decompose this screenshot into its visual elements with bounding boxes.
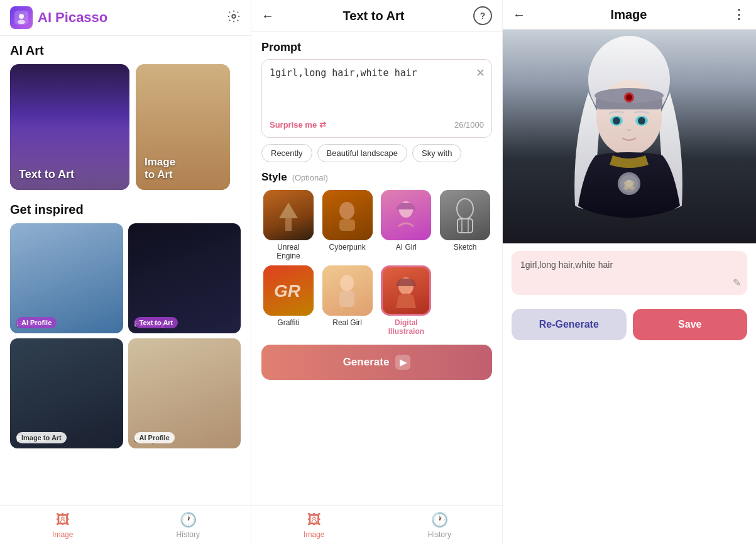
middle-image-nav-icon: 🖼 bbox=[307, 512, 321, 528]
style-title: Style bbox=[261, 171, 287, 184]
svg-text:GR: GR bbox=[274, 281, 301, 301]
image-to-art-label: Imageto Art bbox=[145, 156, 175, 181]
middle-back-button[interactable]: ← bbox=[261, 9, 274, 23]
right-header: ← Image ⋮ bbox=[503, 0, 756, 30]
style-optional: (Optional) bbox=[292, 173, 328, 182]
right-back-button[interactable]: ← bbox=[513, 8, 525, 22]
svg-rect-4 bbox=[285, 218, 292, 231]
inspired-card-portrait[interactable]: Portrait Image to Art bbox=[10, 338, 123, 448]
style-aigirl[interactable]: AI Girl bbox=[380, 190, 434, 260]
style-thumb-aigirl bbox=[381, 190, 431, 240]
style-label-unreal: UnrealEngine bbox=[277, 243, 300, 260]
style-realgirl[interactable]: Real Girl bbox=[320, 265, 375, 336]
prompt-input[interactable]: 1girl,long hair,white hair bbox=[270, 67, 484, 118]
style-unreal[interactable]: UnrealEngine bbox=[261, 190, 315, 260]
edit-prompt-button[interactable]: ✎ bbox=[733, 277, 741, 289]
image-to-art-card[interactable]: Imageto Art bbox=[136, 64, 230, 190]
get-inspired-grid: Back AI Profile Fantasy Text to Art Port… bbox=[10, 223, 241, 448]
middle-image-nav-label: Image bbox=[304, 530, 324, 539]
image-nav-icon: 🖼 bbox=[56, 512, 70, 528]
surprise-me-button[interactable]: Surprise me ⇄ bbox=[270, 120, 326, 130]
svg-rect-10 bbox=[457, 219, 473, 233]
style-thumb-unreal bbox=[263, 190, 314, 240]
app-title-left: AI Picasso bbox=[38, 9, 107, 26]
left-bottom-nav: 🖼 Image 🕐 History bbox=[0, 505, 251, 544]
save-button[interactable]: Save bbox=[633, 309, 748, 340]
left-panel: AI Picasso AI Art Text to Art Imageto Ar… bbox=[0, 0, 251, 544]
style-thumb-graffiti: GR bbox=[263, 265, 314, 316]
middle-content: Prompt 1girl,long hair,white hair ✕ Surp… bbox=[251, 32, 502, 505]
middle-nav-image[interactable]: 🖼 Image bbox=[251, 506, 377, 544]
left-nav-image[interactable]: 🖼 Image bbox=[0, 506, 126, 544]
middle-header: ← Text to Art ? bbox=[251, 0, 502, 32]
svg-point-6 bbox=[339, 202, 354, 219]
style-graffiti[interactable]: GR Graffiti bbox=[261, 265, 315, 336]
inspired-card-back[interactable]: Back AI Profile bbox=[10, 223, 123, 333]
image-prompt-text: 1girl,long hair,white hair bbox=[520, 260, 613, 270]
image-nav-label: Image bbox=[52, 530, 73, 539]
style-label-sketch: Sketch bbox=[454, 243, 477, 252]
style-thumb-digital bbox=[381, 265, 431, 316]
generated-image-inner bbox=[503, 30, 756, 243]
right-panel: ← Image ⋮ bbox=[503, 0, 756, 544]
svg-point-23 bbox=[626, 94, 632, 101]
style-label-digital: Digital Illustraion bbox=[380, 318, 434, 336]
style-label-cyberpunk: Cyberpunk bbox=[329, 243, 366, 252]
text-to-art-label: Text to Art bbox=[19, 168, 74, 181]
style-sketch[interactable]: Sketch bbox=[438, 190, 492, 260]
middle-panel: ← Text to Art ? Prompt 1girl,long hair,w… bbox=[251, 0, 503, 544]
style-label-graffiti: Graffiti bbox=[277, 318, 299, 327]
middle-nav-history[interactable]: 🕐 History bbox=[377, 506, 503, 544]
prompt-label: Prompt bbox=[261, 41, 492, 54]
inspired-card-campus[interactable]: Campus AI Profile bbox=[128, 338, 241, 448]
get-inspired-title: Get inspired bbox=[10, 203, 241, 217]
left-content: AI Art Text to Art Imageto Art Get inspi… bbox=[0, 36, 251, 505]
tag-recently[interactable]: Recently bbox=[261, 144, 312, 162]
generate-icon: ▶ bbox=[395, 355, 410, 370]
regenerate-button[interactable]: Re-Generate bbox=[512, 309, 627, 340]
inspired-card-fantasy-badge: Text to Art bbox=[134, 317, 178, 328]
prompt-clear-button[interactable]: ✕ bbox=[476, 66, 485, 80]
style-header: Style (Optional) bbox=[261, 171, 492, 184]
more-options-button[interactable]: ⋮ bbox=[732, 6, 746, 23]
left-header: AI Picasso bbox=[0, 0, 251, 36]
inspired-card-back-badge: AI Profile bbox=[16, 317, 57, 328]
generate-button[interactable]: Generate ▶ bbox=[261, 345, 492, 380]
right-title: Image bbox=[525, 8, 732, 22]
style-cyberpunk[interactable]: Cyberpunk bbox=[320, 190, 375, 260]
app-logo bbox=[10, 6, 33, 29]
style-thumb-sketch bbox=[440, 190, 490, 240]
middle-history-nav-icon: 🕐 bbox=[431, 512, 448, 528]
svg-point-2 bbox=[18, 20, 25, 25]
svg-point-1 bbox=[19, 14, 24, 19]
tag-landscape[interactable]: Beautiful landscape bbox=[317, 144, 407, 162]
history-nav-label-left: History bbox=[177, 530, 200, 539]
history-nav-icon-left: 🕐 bbox=[180, 512, 197, 528]
prompt-footer: Surprise me ⇄ 26/1000 bbox=[270, 120, 484, 130]
svg-marker-5 bbox=[279, 203, 298, 218]
style-label-realgirl: Real Girl bbox=[332, 318, 362, 327]
inspired-card-portrait-badge: Image to Art bbox=[16, 432, 67, 443]
middle-bottom-nav: 🖼 Image 🕐 History bbox=[251, 505, 502, 544]
style-label-aigirl: AI Girl bbox=[396, 243, 417, 252]
svg-point-27 bbox=[638, 117, 645, 125]
tag-sky[interactable]: Sky with bbox=[412, 144, 461, 162]
style-grid: UnrealEngine Cyberpunk bbox=[261, 190, 492, 336]
tags-row: Recently Beautiful landscape Sky with bbox=[261, 144, 492, 162]
generate-label: Generate bbox=[343, 356, 390, 369]
right-content: 1girl,long hair,white hair ✎ Re-Generate… bbox=[503, 30, 756, 544]
middle-history-nav-label: History bbox=[428, 530, 451, 539]
svg-point-9 bbox=[457, 199, 473, 219]
inspired-card-fantasy[interactable]: Fantasy Text to Art bbox=[128, 223, 241, 333]
settings-button[interactable] bbox=[227, 9, 241, 26]
style-thumb-cyberpunk bbox=[322, 190, 373, 240]
style-digital[interactable]: Digital Illustraion bbox=[380, 265, 434, 336]
help-button[interactable]: ? bbox=[473, 6, 492, 25]
text-to-art-card[interactable]: Text to Art bbox=[10, 64, 129, 190]
style-thumb-realgirl bbox=[322, 265, 373, 316]
action-buttons: Re-Generate Save bbox=[503, 303, 756, 349]
inspired-card-campus-badge: AI Profile bbox=[134, 432, 175, 443]
left-nav-history[interactable]: 🕐 History bbox=[126, 506, 251, 544]
shuffle-icon: ⇄ bbox=[319, 120, 326, 130]
svg-rect-7 bbox=[339, 219, 355, 231]
